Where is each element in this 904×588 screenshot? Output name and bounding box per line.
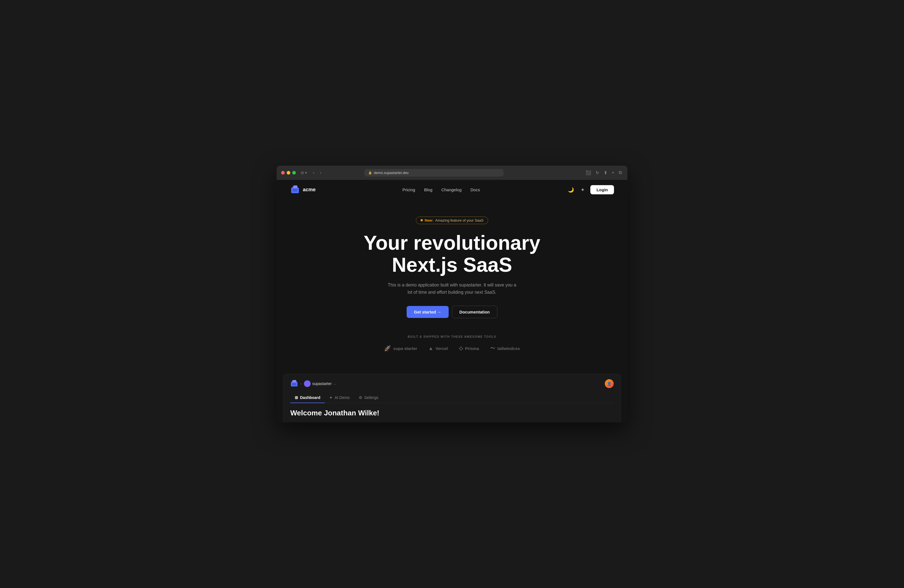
workspace-chevron-icon: ⌄ — [333, 382, 336, 386]
breadcrumb: › supastarter ⌄ — [290, 380, 336, 387]
logo-text: acme — [303, 187, 316, 193]
traffic-lights — [281, 171, 296, 175]
tab-dashboard[interactable]: ⊞ Dashboard — [290, 392, 325, 403]
hero-buttons: Get started → Documentation — [407, 306, 497, 318]
nav-docs[interactable]: Docs — [470, 187, 480, 192]
hero-title: Your revolutionary Next.js SaaS — [364, 232, 541, 276]
supastarter-icon: 🚀 — [384, 345, 391, 352]
dashboard-logo-icon — [290, 380, 298, 387]
workspace-area[interactable]: supastarter ⌄ — [304, 380, 336, 387]
supastarter-label: supa starter — [393, 346, 417, 351]
share-button[interactable]: ⬆ — [602, 169, 608, 176]
browser-right-controls: ⬛ ↻ ⬆ + ⧉ — [585, 169, 623, 176]
hero-title-line2: Next.js SaaS — [392, 254, 512, 276]
new-tab-button[interactable]: + — [611, 169, 615, 175]
minimize-button[interactable] — [287, 171, 290, 175]
settings-tab-icon: ⚙ — [359, 395, 362, 400]
logo-icon — [290, 185, 300, 195]
tailwind-icon: 〜 — [490, 345, 495, 352]
documentation-button[interactable]: Documentation — [452, 306, 497, 318]
ai-demo-tab-label: AI Demo — [335, 395, 349, 400]
dashboard-preview: › supastarter ⌄ 👤 ⊞ Dashboard ✦ — [283, 374, 621, 422]
welcome-message: Welcome Jonathan Wilke! — [290, 403, 614, 417]
tool-prisma: ◇ Prisma — [459, 345, 479, 351]
navbar: acme Pricing Blog Changelog Docs 🌙 ✦ Log… — [277, 180, 627, 200]
dashboard-tab-icon: ⊞ — [295, 395, 298, 400]
vercel-icon: ▲ — [428, 346, 433, 351]
dark-mode-button[interactable]: 🌙 — [567, 186, 575, 194]
settings-tab-label: Settings — [364, 395, 379, 400]
tool-supastarter: 🚀 supa starter — [384, 345, 417, 352]
close-button[interactable] — [281, 171, 285, 175]
workspace-name: supastarter — [312, 381, 332, 386]
tools-label: BUILT & SHIPPED WITH THESE AWESOME TOOLS — [408, 335, 496, 338]
breadcrumb-separator: › — [300, 381, 302, 386]
dashboard-tab-label: Dashboard — [300, 395, 320, 400]
sidebar-toggle-button[interactable]: ⊟ ▾ — [299, 170, 309, 175]
tailwind-label: tailwindcss — [497, 346, 520, 351]
back-button[interactable]: ‹ — [312, 170, 316, 175]
hero-subtitle: This is a demo application built with su… — [385, 281, 519, 296]
tab-overview-button[interactable]: ⧉ — [618, 169, 623, 175]
prisma-icon: ◇ — [459, 345, 463, 351]
page-content: acme Pricing Blog Changelog Docs 🌙 ✦ Log… — [277, 180, 627, 423]
user-avatar[interactable]: 👤 — [605, 379, 614, 388]
svg-rect-6 — [292, 380, 296, 382]
tools-section: BUILT & SHIPPED WITH THESE AWESOME TOOLS… — [384, 335, 520, 352]
hero-section: New: Amazing feature of your SaaS Your r… — [277, 200, 627, 366]
nav-changelog[interactable]: Changelog — [441, 187, 462, 192]
tool-vercel: ▲ Vercel — [428, 346, 448, 351]
badge-feature-text: Amazing feature of your SaaS — [435, 218, 484, 223]
maximize-button[interactable] — [292, 171, 296, 175]
forward-button[interactable]: › — [319, 170, 322, 175]
new-badge: New: Amazing feature of your SaaS — [416, 217, 488, 224]
cast-button[interactable]: ⬛ — [585, 169, 592, 176]
url-text: demo.supastarter.dev — [374, 171, 409, 175]
badge-new-label: New: — [425, 218, 433, 223]
hero-title-line1: Your revolutionary — [364, 232, 541, 254]
workspace-avatar — [304, 380, 311, 387]
language-button[interactable]: ✦ — [580, 186, 586, 194]
reload-button[interactable]: ↻ — [594, 169, 601, 176]
tools-logos: 🚀 supa starter ▲ Vercel ◇ Prisma 〜 tailw… — [384, 345, 520, 352]
vercel-label: Vercel — [436, 346, 448, 351]
tab-ai-demo[interactable]: ✦ AI Demo — [325, 392, 354, 403]
tool-tailwind: 〜 tailwindcss — [490, 345, 520, 352]
login-button[interactable]: Login — [590, 185, 614, 194]
nav-links: Pricing Blog Changelog Docs — [403, 187, 480, 192]
address-bar[interactable]: 🔒 demo.supastarter.dev — [364, 169, 504, 177]
tab-settings[interactable]: ⚙ Settings — [354, 392, 383, 403]
svg-rect-2 — [293, 185, 297, 188]
nav-pricing[interactable]: Pricing — [403, 187, 415, 192]
svg-rect-7 — [292, 383, 296, 385]
prisma-label: Prisma — [465, 346, 479, 351]
browser-chrome: ⊟ ▾ ‹ › 🔒 demo.supastarter.dev ⬛ ↻ ⬆ + ⧉ — [277, 166, 627, 180]
browser-window: ⊟ ▾ ‹ › 🔒 demo.supastarter.dev ⬛ ↻ ⬆ + ⧉ — [277, 166, 627, 423]
logo-area[interactable]: acme — [290, 185, 316, 195]
lock-icon: 🔒 — [368, 171, 372, 175]
nav-actions: 🌙 ✦ Login — [567, 185, 614, 194]
get-started-button[interactable]: Get started → — [407, 306, 448, 318]
dashboard-header: › supastarter ⌄ 👤 — [290, 379, 614, 388]
svg-rect-3 — [293, 189, 297, 191]
badge-dot — [420, 219, 423, 221]
user-avatar-image: 👤 — [607, 382, 612, 386]
dashboard-tabs: ⊞ Dashboard ✦ AI Demo ⚙ Settings — [290, 392, 614, 403]
nav-blog[interactable]: Blog — [424, 187, 433, 192]
ai-demo-tab-icon: ✦ — [329, 395, 333, 400]
